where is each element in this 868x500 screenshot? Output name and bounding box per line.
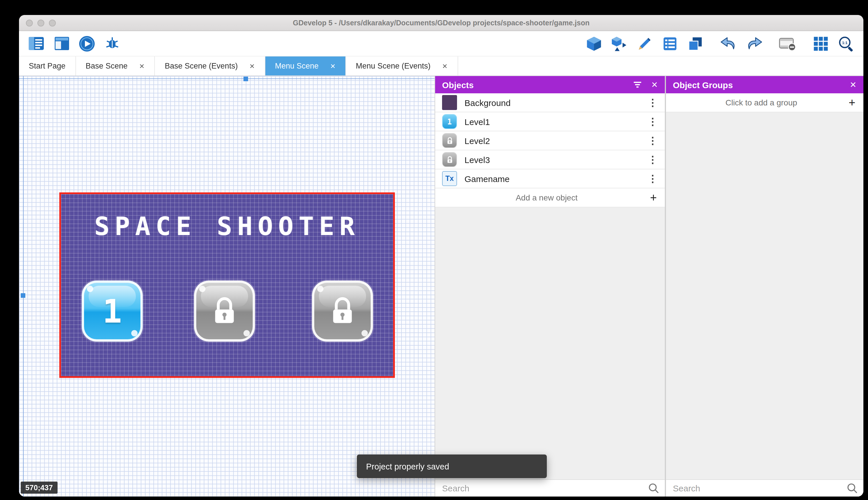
objects-search-input[interactable] [441,483,648,494]
locked-button-icon [442,152,457,167]
tab-base-scene[interactable]: Base Scene ✕ [76,56,155,76]
background-instance[interactable]: SPACE SHOOTER 1 [59,192,395,378]
project-manager-button[interactable] [27,34,46,53]
gloss-dot [244,330,250,337]
undo-button[interactable] [719,34,738,53]
close-window-button[interactable] [26,19,33,26]
redo-button[interactable] [745,34,763,53]
game-title-text: SPACE SHOOTER [61,212,393,241]
lock-icon [446,136,453,145]
level1-button-instance[interactable]: 1 [82,281,143,342]
object-row-background[interactable]: Background ⋮ [435,93,665,112]
plus-icon[interactable]: + [849,97,855,108]
objects-panel-header: Objects ✕ [435,76,665,93]
scene-canvas[interactable]: SPACE SHOOTER 1 [19,76,435,497]
object-row-level1[interactable]: 1 Level1 ⋮ [435,112,665,131]
filter-objects-button[interactable] [633,81,642,88]
debug-icon [104,35,120,52]
object-name: Background [465,98,639,107]
object-menu-button[interactable]: ⋮ [646,115,659,128]
level-number: 1 [103,292,122,330]
objects-panel: Objects ✕ Background ⋮ 1 Level1 ⋮ [435,76,665,497]
close-object-groups-panel-button[interactable]: ✕ [850,80,856,89]
layers-button[interactable] [686,34,705,53]
object-name: Gamename [465,174,639,183]
object-groups-panel-header: Object Groups ✕ [666,76,864,93]
gloss-dot [199,286,206,292]
plus-icon[interactable]: + [650,192,657,203]
level3-button-instance[interactable] [312,281,373,342]
gloss-dot [87,286,93,292]
objects-editor-icon [586,35,602,52]
tab-label: Base Scene (Events) [165,61,238,70]
object-groups-panel: Object Groups ✕ Click to add a group + [665,76,864,497]
object-menu-button[interactable]: ⋮ [646,172,659,185]
scene-boundary-guide-horizontal [19,78,435,79]
undo-icon [720,36,737,51]
close-tab-icon[interactable]: ✕ [442,62,447,70]
app-window: GDevelop 5 - /Users/dkarakay/Documents/G… [19,15,864,497]
instances-list-icon [662,36,678,51]
titlebar: GDevelop 5 - /Users/dkarakay/Documents/G… [19,15,864,31]
grid-button[interactable] [812,34,830,53]
close-tab-icon[interactable]: ✕ [139,62,144,70]
background-swatch-icon [442,95,457,110]
render-options-icon [779,36,796,51]
toolbar: 1:1 [19,31,864,56]
groups-search-input[interactable] [672,483,847,494]
add-object-row[interactable]: Add a new object + [435,189,665,207]
play-icon [78,35,96,52]
add-group-row[interactable]: Click to add a group + [666,93,864,112]
lock-icon [209,295,240,327]
close-objects-panel-button[interactable]: ✕ [651,80,658,89]
guide-handle-top[interactable] [244,77,248,81]
objects-editor-button[interactable] [585,34,603,53]
redo-icon [746,36,763,51]
zoom-level-label: 1:1 [842,40,847,45]
window-controls [26,15,56,31]
object-menu-button[interactable]: ⋮ [646,135,659,147]
object-row-level3[interactable]: Level3 ⋮ [435,150,665,169]
object-menu-button[interactable]: ⋮ [646,154,659,166]
minimize-window-button[interactable] [37,19,44,26]
lock-icon [446,155,453,164]
tab-base-scene-events[interactable]: Base Scene (Events) ✕ [155,56,265,76]
object-name: Level3 [465,155,639,164]
add-group-label: Click to add a group [674,98,849,107]
properties-pencil-icon [637,36,652,51]
objects-panel-empty-area [435,207,665,479]
play-button[interactable] [78,34,96,53]
debug-button[interactable] [103,34,121,53]
level2-button-instance[interactable] [194,281,255,342]
guide-handle-left[interactable] [21,293,25,298]
object-groups-button[interactable] [610,34,629,53]
instances-list-button[interactable] [661,34,679,53]
object-row-gamename[interactable]: Tx Gamename ⋮ [435,169,665,189]
filter-icon [633,81,642,88]
maximize-window-button[interactable] [49,19,56,26]
object-menu-button[interactable]: ⋮ [646,96,659,109]
cursor-coordinates: 570;437 [21,481,57,494]
tab-start-page[interactable]: Start Page [19,56,76,76]
object-name: Level2 [465,136,639,146]
scene-editor-button[interactable] [52,34,71,53]
search-icon [847,483,858,494]
objects-panel-title: Objects [442,80,624,90]
render-options-button[interactable] [778,34,797,53]
level-button-icon: 1 [442,114,457,129]
scene-editor-icon [54,36,69,51]
zoom-button[interactable]: 1:1 [837,34,855,53]
project-manager-icon [28,36,44,51]
objects-search-bar [435,479,665,497]
properties-button[interactable] [635,34,654,53]
object-row-level2[interactable]: Level2 ⋮ [435,131,665,150]
tab-label: Base Scene [86,61,128,70]
object-groups-icon [611,35,627,52]
tab-menu-scene[interactable]: Menu Scene ✕ [265,56,346,76]
gloss-dot [362,330,368,337]
tab-menu-scene-events[interactable]: Menu Scene (Events) ✕ [346,56,458,76]
close-tab-icon[interactable]: ✕ [249,62,255,70]
close-tab-icon[interactable]: ✕ [330,62,336,70]
grid-icon [813,36,828,51]
locked-button-icon [442,133,457,148]
